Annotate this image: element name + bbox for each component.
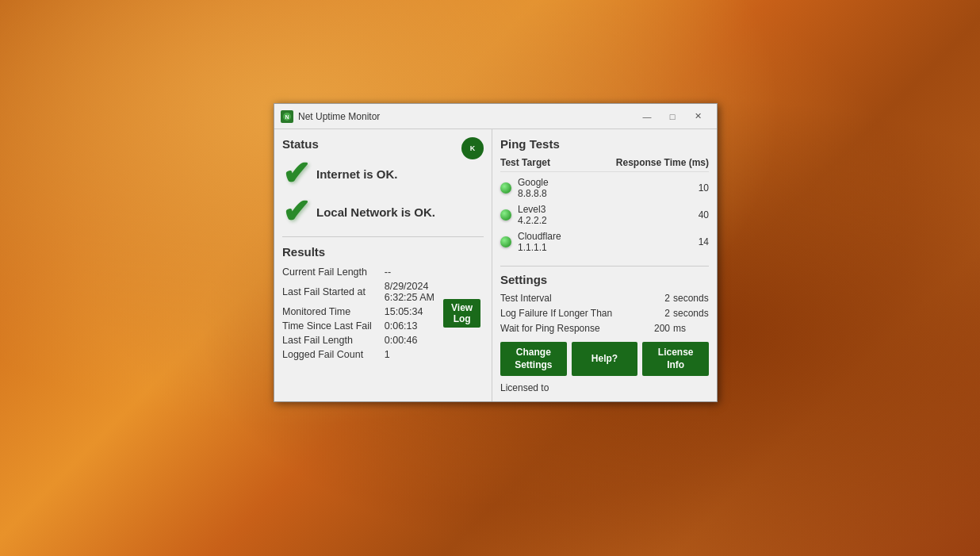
results-table: Current Fail Length -- ViewLog Last Fail…	[282, 265, 484, 362]
cloudflare-response: 14	[685, 236, 709, 247]
status-title: Status	[282, 137, 484, 151]
results-section: Results Current Fail Length -- ViewLog L…	[282, 245, 484, 362]
status-items: ✔ Internet is OK. ✔ Local Network is OK.	[282, 157, 484, 228]
google-status-dot	[500, 182, 511, 194]
results-title: Results	[282, 245, 484, 259]
last-fail-started-label: Last Fail Started at	[282, 279, 378, 305]
ping-col-response: Response Time (ms)	[616, 157, 709, 168]
view-log-button[interactable]: ViewLog	[443, 299, 480, 328]
view-log-cell: ViewLog	[438, 265, 484, 362]
cloudflare-name: Cloudflare	[518, 231, 685, 242]
current-fail-row: Current Fail Length -- ViewLog	[282, 265, 484, 279]
google-response: 10	[685, 182, 709, 194]
internet-status-text: Internet is OK.	[316, 167, 398, 181]
action-buttons: ChangeSettings Help? LicenseInfo	[500, 342, 709, 376]
test-interval-row: Test Interval 2 seconds	[500, 293, 709, 304]
local-checkmark: ✔	[282, 195, 310, 228]
last-fail-length-label: Last Fail Length	[282, 333, 378, 347]
local-status-text: Local Network is OK.	[316, 205, 435, 219]
internet-status-item: ✔ Internet is OK.	[282, 157, 484, 190]
monitored-time-label: Monitored Time	[282, 305, 378, 319]
cloudflare-target: Cloudflare 1.1.1.1	[518, 231, 685, 253]
app-icon: N	[281, 110, 293, 123]
google-ip: 8.8.8.8	[518, 188, 685, 199]
ping-row-google: Google 8.8.8.8 10	[500, 177, 709, 199]
log-failure-label: Log Failure If Longer Than	[500, 308, 646, 319]
left-panel: Status K ✔ Internet is OK. ✔ Local Netwo…	[274, 129, 492, 401]
change-settings-button[interactable]: ChangeSettings	[500, 342, 567, 376]
license-info-button[interactable]: LicenseInfo	[642, 342, 709, 376]
wait-ping-label: Wait for Ping Response	[500, 323, 646, 334]
google-name: Google	[518, 177, 685, 188]
close-button[interactable]: ✕	[685, 109, 710, 125]
minimize-button[interactable]: —	[634, 109, 660, 125]
right-panel: Ping Tests Test Target Response Time (ms…	[492, 129, 717, 401]
last-fail-started-value: 8/29/20246:32:25 AM	[378, 279, 438, 305]
cloudflare-ip: 1.1.1.1	[518, 242, 685, 253]
maximize-button[interactable]: □	[660, 109, 685, 125]
logged-fail-count-value: 1	[378, 347, 438, 362]
svg-text:K: K	[470, 144, 476, 152]
current-fail-value: --	[378, 265, 438, 279]
ping-tests-section: Ping Tests Test Target Response Time (ms…	[500, 137, 709, 266]
time-since-fail-value: 0:06:13	[378, 319, 438, 333]
level3-target: Level3 4.2.2.2	[518, 204, 685, 226]
current-fail-label: Current Fail Length	[282, 265, 378, 279]
test-interval-label: Test Interval	[500, 293, 646, 304]
local-status-item: ✔ Local Network is OK.	[282, 195, 484, 228]
titlebar: N Net Uptime Monitor — □ ✕	[274, 104, 717, 129]
level3-response: 40	[685, 209, 709, 220]
time-since-fail-label: Time Since Last Fail	[282, 319, 378, 333]
wait-ping-value: 200	[646, 323, 670, 334]
logged-fail-count-label: Logged Fail Count	[282, 347, 378, 362]
settings-section: Settings Test Interval 2 seconds Log Fai…	[500, 273, 709, 393]
ping-row-cloudflare: Cloudflare 1.1.1.1 14	[500, 231, 709, 253]
ping-tests-title: Ping Tests	[500, 137, 709, 151]
window-title: Net Uptime Monitor	[298, 111, 634, 122]
test-interval-value: 2	[646, 293, 670, 304]
log-failure-unit: seconds	[673, 308, 709, 319]
main-window: N Net Uptime Monitor — □ ✕ Status K	[274, 103, 718, 402]
monitored-time-value: 15:05:34	[378, 305, 438, 319]
level3-name: Level3	[518, 204, 685, 215]
svg-text:N: N	[285, 114, 289, 120]
last-fail-length-value: 0:00:46	[378, 333, 438, 347]
ping-row-level3: Level3 4.2.2.2 40	[500, 204, 709, 226]
ping-header: Test Target Response Time (ms)	[500, 157, 709, 172]
wait-ping-unit: ms	[673, 323, 709, 334]
licensed-to: Licensed to	[500, 382, 709, 393]
window-content: Status K ✔ Internet is OK. ✔ Local Netwo…	[274, 129, 717, 401]
test-interval-unit: seconds	[673, 293, 709, 304]
ping-col-target: Test Target	[500, 157, 550, 168]
internet-checkmark: ✔	[282, 157, 310, 190]
status-section: Status K ✔ Internet is OK. ✔ Local Netwo…	[282, 137, 484, 237]
status-badge: K	[461, 137, 484, 159]
cloudflare-status-dot	[500, 236, 511, 247]
log-failure-row: Log Failure If Longer Than 2 seconds	[500, 308, 709, 319]
level3-ip: 4.2.2.2	[518, 215, 685, 226]
log-failure-value: 2	[646, 308, 670, 319]
settings-title: Settings	[500, 273, 709, 286]
help-button[interactable]: Help?	[572, 342, 638, 376]
google-target: Google 8.8.8.8	[518, 177, 685, 199]
level3-status-dot	[500, 209, 511, 220]
window-controls: — □ ✕	[634, 109, 710, 125]
wait-ping-row: Wait for Ping Response 200 ms	[500, 323, 709, 334]
